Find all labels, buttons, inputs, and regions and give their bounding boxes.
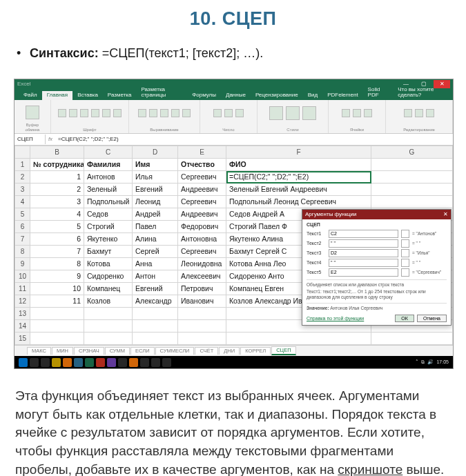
dialog-help-link[interactable]: Справка по этой функции: [307, 316, 364, 321]
cell[interactable]: Илья: [133, 171, 178, 184]
dialog-arg-input[interactable]: [329, 249, 398, 257]
row-header[interactable]: 7: [15, 233, 30, 246]
delete-icon[interactable]: [353, 109, 361, 117]
cell[interactable]: Антоновна: [178, 233, 226, 246]
sheet-tab[interactable]: СЦЕП: [271, 346, 295, 355]
cell[interactable]: Компанец: [84, 283, 133, 295]
cell[interactable]: [178, 333, 226, 345]
font-size-icon[interactable]: [113, 109, 122, 117]
cell[interactable]: Андреевич: [178, 208, 226, 221]
ribbon-tab[interactable]: Главная: [42, 91, 72, 100]
cell[interactable]: Леонид: [133, 196, 178, 208]
col-header[interactable]: C: [84, 146, 133, 159]
sheet-tab[interactable]: СЧЁТ: [195, 347, 218, 355]
cell[interactable]: [133, 320, 178, 333]
app-icon[interactable]: [162, 358, 171, 367]
cell[interactable]: Александр: [133, 295, 178, 308]
find-select-icon[interactable]: [426, 109, 434, 117]
cell[interactable]: =СЦЕП(C2;" ";D2;" ";E2): [226, 171, 371, 184]
ribbon-tab[interactable]: Solid PDF: [363, 86, 394, 101]
ribbon-tab[interactable]: PDFelement: [322, 91, 362, 100]
row-header[interactable]: 14: [15, 320, 30, 333]
comma-icon[interactable]: [235, 109, 244, 117]
col-header[interactable]: G: [371, 146, 453, 159]
range-picker-icon[interactable]: [401, 230, 409, 238]
ribbon-tab[interactable]: Разметка страницы: [136, 86, 187, 101]
align-left-icon[interactable]: [138, 109, 146, 117]
search-icon[interactable]: [30, 358, 39, 367]
cell[interactable]: Зеленый: [84, 184, 133, 196]
table-style-icon[interactable]: [286, 106, 300, 120]
align-right-icon[interactable]: [160, 109, 168, 117]
col-header[interactable]: E: [178, 146, 226, 159]
sheet-tab[interactable]: СУММ: [105, 347, 130, 355]
cell[interactable]: Анна: [133, 258, 178, 270]
dialog-arg-input[interactable]: [329, 268, 398, 277]
row-header[interactable]: 2: [15, 171, 30, 184]
cell[interactable]: [133, 333, 178, 345]
col-header[interactable]: F: [226, 146, 371, 159]
cell[interactable]: Андреевич: [178, 184, 226, 196]
wrap-text-icon[interactable]: [171, 109, 179, 117]
cell[interactable]: [30, 308, 84, 320]
cell[interactable]: Сидоренко: [84, 270, 133, 283]
browser-icon[interactable]: [63, 358, 72, 367]
cell[interactable]: 9: [30, 270, 84, 283]
range-picker-icon[interactable]: [401, 249, 409, 257]
app-icon[interactable]: [151, 358, 160, 367]
mail-icon[interactable]: [74, 358, 83, 367]
ribbon-tab[interactable]: Вид: [303, 91, 322, 100]
sort-filter-icon[interactable]: [415, 109, 423, 117]
row-header[interactable]: 9: [15, 258, 30, 270]
bold-icon[interactable]: [58, 109, 66, 117]
cell[interactable]: Якутенко: [84, 233, 133, 246]
cell[interactable]: Павел: [133, 221, 178, 233]
cell[interactable]: [84, 333, 133, 345]
cell[interactable]: [84, 308, 133, 320]
row-header[interactable]: 13: [15, 308, 30, 320]
row-header[interactable]: 10: [15, 270, 30, 283]
cell[interactable]: [30, 333, 84, 345]
ribbon-tab[interactable]: Данные: [221, 91, 251, 100]
sheet-tab[interactable]: МАКС: [27, 347, 51, 355]
sheet-tab[interactable]: СУММЕСЛИ: [155, 347, 195, 355]
fx-icon[interactable]: fx: [46, 137, 55, 143]
cell[interactable]: [371, 184, 453, 196]
cell[interactable]: Алина: [133, 233, 178, 246]
cell[interactable]: [371, 196, 453, 208]
paste-icon[interactable]: [26, 106, 39, 119]
number-format-icon[interactable]: [213, 109, 222, 117]
row-header[interactable]: 3: [15, 184, 30, 196]
dialog-close-button[interactable]: ✕: [443, 212, 448, 218]
cell[interactable]: Сергей: [133, 246, 178, 258]
cell[interactable]: 8: [30, 258, 84, 270]
app-icon[interactable]: [107, 358, 116, 367]
name-box[interactable]: СЦЕП: [14, 135, 46, 144]
cell[interactable]: Сергеевич: [178, 171, 226, 184]
cell[interactable]: Бахмут: [84, 246, 133, 258]
cell[interactable]: [371, 159, 453, 171]
cell[interactable]: Фамилия: [84, 159, 133, 171]
cell[interactable]: Козлов: [84, 295, 133, 308]
row-header[interactable]: 1: [15, 159, 30, 171]
font-color-icon[interactable]: [102, 109, 110, 117]
cell[interactable]: [178, 320, 226, 333]
dialog-arg-input[interactable]: [329, 239, 398, 248]
function-arguments-dialog[interactable]: Аргументы функции ✕ СЦЕП Текст1= "Антоно…: [302, 209, 452, 326]
cell[interactable]: [371, 333, 453, 345]
sheet-tab[interactable]: МИН: [52, 347, 73, 355]
align-center-icon[interactable]: [149, 109, 157, 117]
screenshot-link[interactable]: скриншоте: [338, 462, 402, 476]
sheet-tab[interactable]: ЕСЛИ: [130, 347, 154, 355]
sheet-tab[interactable]: ДНИ: [219, 347, 240, 355]
dialog-arg-input[interactable]: [329, 230, 398, 238]
cell[interactable]: Подпольный: [84, 196, 133, 208]
cell[interactable]: Петрович: [178, 283, 226, 295]
cell[interactable]: Антон: [133, 270, 178, 283]
cell[interactable]: 2: [30, 184, 84, 196]
cell[interactable]: Сергеевич: [178, 196, 226, 208]
merge-icon[interactable]: [182, 109, 191, 117]
tray-network-icon[interactable]: ⧉: [421, 359, 425, 365]
corner-cell[interactable]: [15, 146, 30, 159]
row-header[interactable]: 8: [15, 246, 30, 258]
